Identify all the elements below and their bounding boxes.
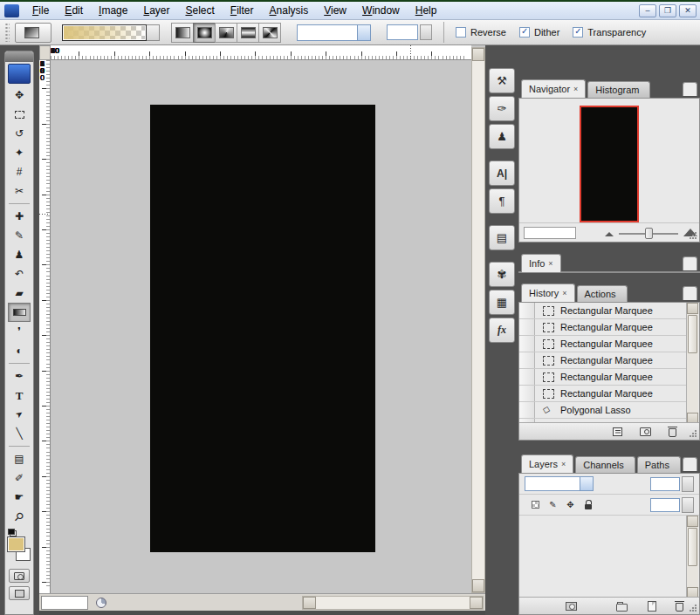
- layers-scrollbar[interactable]: [686, 516, 698, 598]
- path-selection-tool[interactable]: ➤: [8, 405, 31, 424]
- move-tool[interactable]: ✥: [8, 85, 31, 105]
- line-tool[interactable]: ╲: [8, 424, 31, 443]
- menu-item[interactable]: Layer: [135, 3, 177, 17]
- slice-tool[interactable]: ✂: [8, 181, 31, 201]
- vertical-scrollbar[interactable]: [471, 47, 485, 593]
- character-icon[interactable]: A|: [489, 161, 515, 186]
- history-state[interactable]: Rectangular Marquee: [519, 369, 686, 386]
- crop-tool[interactable]: #: [8, 162, 31, 181]
- panel-menu-icon[interactable]: [683, 256, 697, 270]
- radial-gradient[interactable]: [193, 23, 216, 43]
- blend-mode-select[interactable]: [525, 476, 594, 491]
- blur-tool[interactable]: ❜: [8, 322, 31, 341]
- scroll-up-button[interactable]: [472, 48, 484, 61]
- lasso-tool[interactable]: ↺: [8, 124, 31, 143]
- reflected-gradient[interactable]: [237, 23, 259, 43]
- history-source-cell[interactable]: [519, 336, 535, 352]
- history-scrollbar[interactable]: [686, 303, 698, 424]
- history-source-cell[interactable]: [519, 303, 535, 318]
- default-colors-icon[interactable]: [8, 529, 17, 536]
- panel-tab[interactable]: Paths: [637, 456, 681, 473]
- linear-gradient[interactable]: [171, 23, 194, 43]
- chevron-down-icon[interactable]: [580, 477, 593, 490]
- swatches-icon[interactable]: ▦: [489, 290, 515, 315]
- foreground-color-swatch[interactable]: [8, 537, 24, 551]
- lock-position-icon[interactable]: ✥: [564, 499, 577, 511]
- panel-menu-icon[interactable]: [683, 82, 697, 96]
- panel-tab[interactable]: Histogram: [587, 81, 650, 98]
- delete-layer-icon[interactable]: [676, 603, 683, 612]
- panel-tab[interactable]: Channels: [575, 456, 635, 473]
- menu-item[interactable]: View: [316, 3, 354, 17]
- tool-preset-picker[interactable]: [15, 23, 51, 43]
- paragraph-icon[interactable]: ¶: [489, 188, 515, 214]
- slider-thumb[interactable]: [645, 228, 653, 239]
- brushes-icon[interactable]: ✑: [489, 96, 515, 121]
- canvas-view[interactable]: [51, 60, 471, 593]
- pen-tool[interactable]: ✒: [8, 366, 31, 386]
- lock-all-icon[interactable]: [581, 499, 594, 511]
- lock-transparency-icon[interactable]: [529, 499, 542, 511]
- checkbox-icon[interactable]: [573, 27, 583, 38]
- panel-tab[interactable]: Layers×: [521, 454, 573, 473]
- layers-opacity-field[interactable]: [650, 477, 680, 491]
- scroll-up-button[interactable]: [687, 303, 698, 314]
- tab-close-icon[interactable]: ×: [573, 85, 578, 93]
- scrollbar-track[interactable]: [687, 354, 698, 413]
- opacity-field[interactable]: [387, 24, 418, 40]
- checkbox-icon[interactable]: [519, 27, 530, 38]
- new-group-icon[interactable]: [616, 604, 628, 612]
- dodge-tool[interactable]: ◐: [8, 341, 31, 360]
- history-brush-tool[interactable]: ↶: [8, 264, 31, 284]
- zoom-level-field[interactable]: [41, 596, 88, 610]
- delete-state-icon[interactable]: [669, 428, 676, 437]
- mode-select[interactable]: [297, 24, 371, 41]
- tool-presets-icon[interactable]: ⚒: [489, 68, 515, 93]
- new-document-from-state-icon[interactable]: [613, 427, 622, 436]
- zoom-slider[interactable]: [619, 233, 678, 235]
- photoshop-app-icon[interactable]: [4, 4, 19, 17]
- scrollbar-track[interactable]: [687, 567, 698, 587]
- history-state[interactable]: Rectangular Marquee: [519, 336, 686, 352]
- scrollbar-thumb[interactable]: [688, 528, 697, 566]
- gradient-editor-well[interactable]: [62, 24, 160, 42]
- eraser-tool[interactable]: ▰: [8, 284, 31, 303]
- horizontal-scrollbar[interactable]: [302, 596, 484, 610]
- panel-menu-icon[interactable]: [683, 457, 697, 471]
- history-state[interactable]: Rectangular Marquee: [519, 386, 686, 402]
- history-source-cell[interactable]: [519, 352, 535, 368]
- chevron-down-icon[interactable]: [357, 25, 370, 40]
- scroll-left-button[interactable]: [303, 597, 316, 609]
- ps-logo-button[interactable]: [8, 64, 31, 84]
- panel-tab[interactable]: History×: [521, 284, 575, 302]
- quick-mask-button[interactable]: [9, 569, 30, 583]
- styles-icon[interactable]: fx: [489, 318, 515, 343]
- notes-tool[interactable]: ▤: [8, 449, 31, 468]
- tab-close-icon[interactable]: ×: [548, 259, 552, 268]
- lock-paint-icon[interactable]: ✎: [546, 499, 559, 511]
- close-button[interactable]: ✕: [679, 4, 697, 17]
- menu-item[interactable]: Analysis: [262, 3, 317, 17]
- layer-mask-icon[interactable]: [566, 602, 577, 611]
- fill-arrow-button[interactable]: [682, 497, 694, 513]
- new-snapshot-icon[interactable]: [640, 427, 651, 436]
- panel-tab[interactable]: Navigator×: [521, 79, 586, 98]
- layer-comps-icon[interactable]: ▤: [489, 225, 515, 250]
- zoom-out-icon[interactable]: [605, 232, 614, 236]
- minimize-button[interactable]: –: [639, 4, 656, 17]
- history-state[interactable]: Rectangular Marquee: [519, 303, 686, 319]
- checkbox-option[interactable]: Dither: [519, 27, 559, 38]
- panel-tab[interactable]: Info×: [521, 254, 561, 272]
- scrollbar-track[interactable]: [472, 61, 484, 579]
- opacity-arrow-button[interactable]: [420, 24, 432, 40]
- history-state[interactable]: Rectangular Marquee: [519, 352, 686, 369]
- brush-tool[interactable]: ✎: [8, 226, 31, 245]
- menu-item[interactable]: Filter: [223, 3, 262, 17]
- clone-stamp-tool[interactable]: ♟: [8, 245, 31, 264]
- magic-wand-tool[interactable]: ✦: [8, 143, 31, 162]
- checkbox-option[interactable]: Transparency: [573, 27, 646, 38]
- history-source-cell[interactable]: [519, 402, 535, 418]
- menu-item[interactable]: Edit: [57, 3, 91, 17]
- scrollbar-thumb[interactable]: [688, 315, 697, 353]
- navigator-zoom-field[interactable]: [524, 227, 576, 239]
